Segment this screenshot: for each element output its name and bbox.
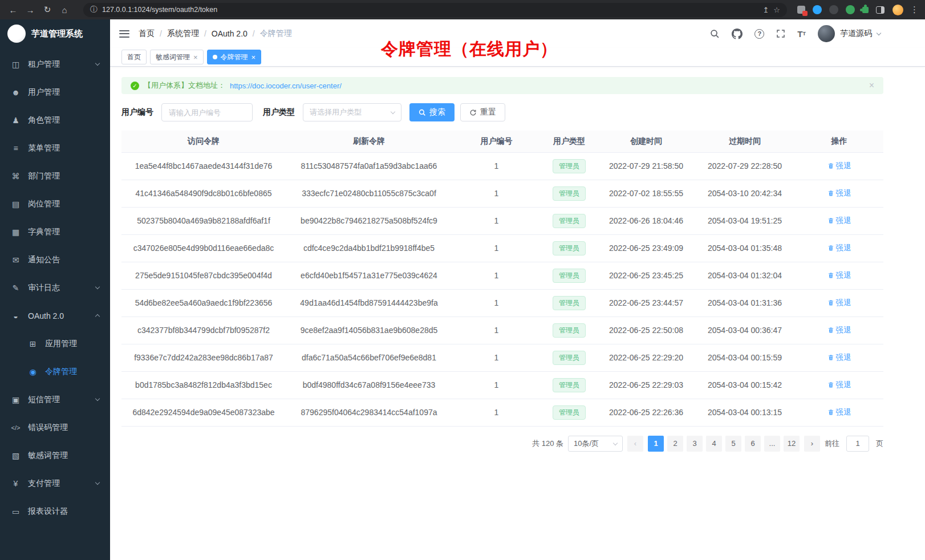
page-ellipsis-button[interactable]: ... [764, 436, 780, 452]
url-text[interactable]: 127.0.0.1:1024/system/oauth2/token [102, 6, 217, 14]
sidebar-item-token-management[interactable]: ◉ 令牌管理 [0, 358, 110, 385]
extension-icon-2[interactable] [813, 5, 822, 14]
user-id-cell: 1 [452, 344, 541, 371]
alert-doc-link[interactable]: https://doc.iocoder.cn/user-center/ [230, 82, 342, 90]
sidebar-item-app-management[interactable]: ⊞ 应用管理 [0, 330, 110, 358]
app-logo[interactable]: 芋道管理系统 [0, 19, 110, 48]
user-type-badge: 管理员 [553, 323, 586, 338]
sidebar-item-audit-log[interactable]: ✎ 审计日志 [0, 274, 110, 302]
page-size-select[interactable]: 10条/页 [568, 436, 623, 452]
browser-forward-icon[interactable]: → [23, 2, 38, 17]
sidebar-item-post[interactable]: ▤ 岗位管理 [0, 190, 110, 218]
force-logout-button[interactable]: 强退 [827, 270, 851, 281]
force-logout-button[interactable]: 强退 [827, 216, 851, 226]
tab-sensitive-word[interactable]: 敏感词管理 × [150, 50, 204, 64]
trash-icon [827, 327, 834, 334]
expire-time-cell: 2054-03-04 01:31:36 [695, 289, 795, 316]
tab-close-icon[interactable]: × [193, 54, 198, 61]
user-type-select[interactable]: 请选择用户类型 [303, 103, 401, 121]
goto-page-input[interactable] [846, 436, 869, 452]
table-row: 54d6be82ee5a460a9aedc1f9bf223656 49d1aa4… [121, 289, 883, 316]
sidebar-item-payment[interactable]: ¥ 支付管理 [0, 469, 110, 497]
reset-button[interactable]: 重置 [460, 103, 505, 121]
browser-menu-icon[interactable]: ⋮ [910, 5, 919, 15]
sidebar-item-dict[interactable]: ▦ 字典管理 [0, 218, 110, 246]
force-logout-button[interactable]: 强退 [827, 243, 851, 253]
action-cell: 强退 [795, 207, 883, 234]
sidebar-item-sms[interactable]: ▣ 短信管理 [0, 385, 110, 413]
browser-profile-avatar[interactable] [892, 5, 903, 15]
chevron-down-icon [391, 109, 395, 114]
create-time-cell: 2022-06-26 18:04:46 [598, 207, 695, 234]
page-button-4[interactable]: 4 [706, 436, 722, 452]
browser-home-icon[interactable]: ⌂ [57, 2, 72, 17]
force-logout-button[interactable]: 强退 [827, 380, 851, 390]
site-info-icon[interactable]: ⓘ [90, 5, 98, 15]
tab-close-icon[interactable]: × [251, 54, 256, 61]
fullscreen-icon[interactable] [776, 29, 785, 38]
sidebar-item-report-designer[interactable]: ▭ 报表设计器 [0, 497, 110, 525]
page-button-6[interactable]: 6 [745, 436, 761, 452]
page-button-2[interactable]: 2 [667, 436, 683, 452]
page-button-1[interactable]: 1 [648, 436, 664, 452]
audit-log-icon: ✎ [11, 283, 21, 293]
share-icon[interactable]: ↥ [762, 6, 769, 14]
prev-page-button[interactable]: ‹ [627, 436, 643, 452]
sidebar-item-user[interactable]: ☻ 用户管理 [0, 78, 110, 106]
user-id-input[interactable] [161, 103, 253, 121]
extension-icon-4[interactable] [846, 5, 855, 14]
extension-icon-1[interactable] [797, 6, 805, 14]
extension-icon-3[interactable] [829, 5, 838, 14]
page-button-12[interactable]: 12 [784, 436, 800, 452]
search-button[interactable]: 搜索 [409, 103, 455, 121]
force-logout-button[interactable]: 强退 [827, 407, 851, 417]
tab-token-management[interactable]: 令牌管理 × [207, 50, 262, 64]
search-icon[interactable] [710, 29, 720, 39]
user-menu[interactable]: 芋道源码 [818, 25, 881, 42]
sidebar-item-error-code[interactable]: </> 错误码管理 [0, 413, 110, 441]
sidebar-item-tenant[interactable]: ◫ 租户管理 [0, 50, 110, 78]
force-logout-button[interactable]: 强退 [827, 161, 851, 171]
breadcrumb-oauth[interactable]: OAuth 2.0 [212, 29, 248, 38]
col-refresh-token: 刷新令牌 [286, 131, 452, 152]
next-page-button[interactable]: › [804, 436, 820, 452]
alert-close-icon[interactable]: × [869, 80, 874, 91]
browser-reload-icon[interactable]: ↻ [40, 2, 55, 17]
breadcrumb-home[interactable]: 首页 [139, 29, 155, 39]
force-logout-button[interactable]: 强退 [827, 188, 851, 198]
success-check-icon: ✓ [131, 82, 139, 90]
extensions-puzzle-icon[interactable] [862, 7, 869, 13]
address-bar[interactable]: ⓘ 127.0.0.1:1024/system/oauth2/token ↥ ☆ [83, 3, 787, 17]
expire-time-cell: 2054-03-04 00:36:47 [695, 316, 795, 344]
page-numbers: 1 2 3 4 5 6 ... 12 [648, 436, 800, 452]
table-row: 6d842e2924594de9a09e45e087323abe 8796295… [121, 399, 883, 426]
sidebar-item-oauth[interactable]: ◒ OAuth 2.0 [0, 302, 110, 330]
breadcrumb-system[interactable]: 系统管理 [167, 29, 199, 39]
col-user-id: 用户编号 [452, 131, 541, 152]
github-icon[interactable] [732, 29, 743, 39]
page-button-5[interactable]: 5 [725, 436, 741, 452]
user-type-badge: 管理员 [553, 269, 586, 283]
expire-time-cell: 2054-03-04 19:51:25 [695, 207, 795, 234]
chevron-up-icon [95, 314, 100, 319]
sidebar-item-sensitive-word[interactable]: ▧ 敏感词管理 [0, 441, 110, 469]
sidebar-item-notice[interactable]: ✉ 通知公告 [0, 246, 110, 274]
user-type-cell: 管理员 [541, 207, 598, 234]
force-logout-button[interactable]: 强退 [827, 298, 851, 308]
force-logout-button[interactable]: 强退 [827, 325, 851, 335]
tab-home[interactable]: 首页 [121, 50, 147, 64]
sidebar-item-dept[interactable]: ⌘ 部门管理 [0, 162, 110, 190]
payment-icon: ¥ [11, 479, 21, 488]
collapse-sidebar-icon[interactable] [119, 30, 129, 38]
user-type-cell: 管理员 [541, 289, 598, 316]
side-panel-icon[interactable] [876, 6, 885, 14]
page-button-3[interactable]: 3 [687, 436, 703, 452]
force-logout-label: 强退 [836, 325, 851, 335]
help-icon[interactable]: ? [754, 29, 764, 39]
bookmark-star-icon[interactable]: ☆ [773, 6, 780, 14]
force-logout-button[interactable]: 强退 [827, 352, 851, 363]
font-size-icon[interactable]: TT [797, 29, 806, 39]
sidebar-item-role[interactable]: ♟ 角色管理 [0, 106, 110, 134]
sidebar-item-menu[interactable]: ≡ 菜单管理 [0, 134, 110, 162]
browser-back-icon[interactable]: ← [6, 2, 21, 17]
